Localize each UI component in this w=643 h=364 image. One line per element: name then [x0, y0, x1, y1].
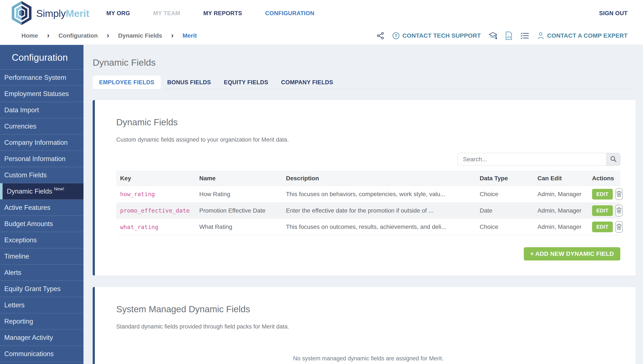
sidebar-item-label: Timeline: [4, 252, 29, 260]
tab-bonus-fields[interactable]: BONUS FIELDS: [161, 76, 217, 89]
empty-state-message: No system managed dynamic fields are ass…: [116, 355, 620, 362]
row-can-edit: Admin, Manager: [534, 224, 588, 230]
sidebar-item-custom-fields[interactable]: Custom Fields: [0, 167, 84, 183]
dynamic-fields-card: Dynamic Fields Custom dynamic fields ass…: [93, 100, 636, 276]
row-key: what_rating: [116, 224, 195, 230]
graduation-cap-icon[interactable]: [488, 32, 497, 40]
breadcrumb-configuration[interactable]: Configuration: [59, 32, 98, 39]
sidebar-item-label: Company Information: [4, 139, 68, 146]
row-can-edit: Admin, Manager: [534, 191, 588, 198]
chevron-right-icon: ›: [171, 32, 173, 39]
sidebar-item-label: Budget Amounts: [4, 220, 53, 228]
search-input[interactable]: [458, 153, 606, 166]
tab-employee-fields[interactable]: EMPLOYEE FIELDS: [93, 76, 161, 89]
table-row: how_rating How Rating This focuses on be…: [116, 186, 620, 202]
sidebar-item-label: Communications: [4, 350, 54, 358]
sidebar-item-label: Exceptions: [4, 236, 37, 244]
sidebar-item-manager-activity[interactable]: Manager Activity: [0, 330, 84, 346]
breadcrumb-bar: Home › Configuration › Dynamic Fields › …: [0, 27, 643, 45]
row-can-edit: Admin, Manager: [534, 207, 588, 214]
breadcrumb: Home › Configuration › Dynamic Fields › …: [0, 32, 197, 39]
row-data-type: Choice: [476, 224, 534, 230]
brand-name: SimplyMerit: [36, 8, 89, 19]
delete-button[interactable]: [615, 188, 623, 200]
sidebar-item-dynamic-fields[interactable]: Dynamic FieldsNew!: [0, 183, 84, 200]
svg-text:?: ?: [395, 33, 397, 38]
sidebar-item-label: Personal Information: [4, 155, 66, 163]
sidebar-item-active-features[interactable]: Active Features: [0, 200, 84, 216]
sidebar-item-budget-amounts[interactable]: Budget Amounts: [0, 216, 84, 232]
breadcrumb-dynamic-fields[interactable]: Dynamic Fields: [118, 32, 162, 39]
dynamic-fields-table: Key Name Description Data Type Can Edit …: [116, 171, 620, 235]
row-name: How Rating: [195, 191, 282, 198]
trash-icon: [616, 190, 622, 198]
sidebar-item-equity-grant-types[interactable]: Equity Grant Types: [0, 281, 84, 297]
row-key: promo_effective_date: [116, 207, 195, 214]
nav-my-team[interactable]: MY TEAM: [153, 10, 180, 17]
app-window: SimplyMerit MY ORG MY TEAM MY REPORTS CO…: [0, 0, 643, 364]
breadcrumb-home[interactable]: Home: [22, 32, 38, 39]
top-header: SimplyMerit MY ORG MY TEAM MY REPORTS CO…: [0, 0, 643, 27]
sidebar-title: Configuration: [0, 45, 84, 70]
edit-button[interactable]: EDIT: [592, 205, 613, 216]
sidebar-item-timeline[interactable]: Timeline: [0, 248, 84, 264]
checklist-icon[interactable]: [520, 32, 529, 40]
row-actions: EDIT: [588, 205, 622, 216]
tab-equity-fields[interactable]: EQUITY FIELDS: [217, 76, 275, 89]
column-header-name: Name: [195, 175, 282, 182]
nav-my-reports[interactable]: MY REPORTS: [203, 10, 242, 17]
new-badge: New!: [54, 186, 64, 192]
sidebar-item-data-import[interactable]: Data Import: [0, 102, 84, 118]
delete-button[interactable]: [615, 205, 623, 216]
add-new-dynamic-field-button[interactable]: + ADD NEW DYNAMIC FIELD: [524, 247, 620, 260]
search-button[interactable]: [606, 153, 620, 166]
row-data-type: Date: [476, 207, 534, 214]
contact-comp-expert-link[interactable]: CONTACT A COMP EXPERT: [537, 32, 627, 40]
edit-button[interactable]: EDIT: [592, 222, 613, 232]
row-description: This focuses on outcomes, results, achie…: [282, 224, 476, 230]
row-data-type: Choice: [476, 191, 534, 198]
brand-logo[interactable]: SimplyMerit: [0, 1, 89, 26]
column-header-description: Description: [282, 175, 476, 182]
chevron-right-icon: ›: [47, 32, 50, 39]
sidebar-item-alerts[interactable]: Alerts: [0, 264, 84, 281]
system-managed-card-title: System Managed Dynamic Fields: [116, 304, 620, 314]
content-row: Configuration Performance System Employm…: [0, 45, 643, 364]
sidebar-item-label: Employment Statuses: [4, 90, 69, 98]
row-name: Promotion Effective Date: [195, 207, 282, 214]
tab-company-fields[interactable]: COMPANY FIELDS: [275, 76, 340, 89]
contact-tech-support-link[interactable]: ? CONTACT TECH SUPPORT: [392, 32, 481, 40]
sidebar-item-personal-information[interactable]: Personal Information: [0, 151, 84, 167]
sidebar-item-label: Equity Grant Types: [4, 285, 61, 293]
nav-configuration[interactable]: CONFIGURATION: [265, 10, 314, 17]
sidebar-item-company-information[interactable]: Company Information: [0, 134, 84, 151]
column-header-actions: Actions: [588, 175, 622, 182]
sidebar-item-label: Manager Activity: [4, 334, 53, 342]
sidebar-item-label: Alerts: [4, 269, 21, 276]
report-document-icon[interactable]: [505, 31, 512, 40]
sidebar-item-reporting[interactable]: Reporting: [0, 313, 84, 330]
sidebar-item-performance-system[interactable]: Performance System: [0, 70, 84, 86]
sign-out-button[interactable]: SIGN OUT: [599, 10, 643, 17]
sidebar-item-label: Active Features: [4, 204, 50, 212]
share-icon[interactable]: [377, 32, 385, 40]
add-row: + ADD NEW DYNAMIC FIELD: [116, 247, 620, 260]
sidebar-item-label: Dynamic Fields: [7, 188, 52, 195]
column-header-data-type: Data Type: [476, 175, 534, 182]
sidebar-item-employment-statuses[interactable]: Employment Statuses: [0, 86, 84, 102]
nav-my-org[interactable]: MY ORG: [106, 10, 130, 17]
system-managed-card: System Managed Dynamic Fields Standard d…: [93, 287, 636, 364]
sidebar-item-currencies[interactable]: Currencies: [0, 118, 84, 134]
row-name: What Rating: [195, 224, 282, 230]
sidebar-item-label: Currencies: [4, 122, 36, 130]
row-description: This focuses on behaviors, competencies,…: [282, 191, 476, 198]
sidebar-item-label: Custom Fields: [4, 171, 47, 179]
main-content: Dynamic Fields EMPLOYEE FIELDS BONUS FIE…: [84, 45, 643, 364]
sidebar-item-communications[interactable]: Communications: [0, 346, 84, 362]
sidebar-item-letters[interactable]: Letters: [0, 297, 84, 313]
delete-button[interactable]: [615, 221, 623, 233]
sidebar-item-exceptions[interactable]: Exceptions: [0, 232, 84, 248]
dynamic-fields-card-subtitle: Custom dynamic fields assigned to your o…: [116, 136, 620, 143]
edit-button[interactable]: EDIT: [592, 189, 613, 200]
search-row: [116, 153, 620, 166]
